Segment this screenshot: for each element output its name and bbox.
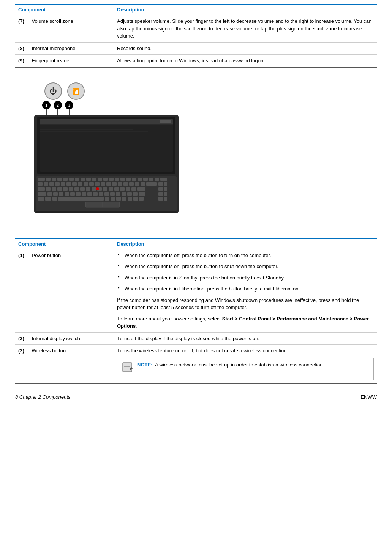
svg-rect-112 [105,197,109,201]
svg-rect-26 [52,178,56,181]
description-cell: Turns the wireless feature on or off, bu… [114,345,377,383]
svg-rect-86 [158,187,163,191]
top-table-description-header: Description [114,4,377,15]
description-cell: Allows a fingerprint logon to Windows, i… [114,55,377,67]
svg-rect-99 [104,192,109,196]
comp-label: Power button [26,253,61,258]
svg-point-124 [96,187,99,190]
top-table-component-header: Component [15,4,114,15]
svg-rect-123 [36,211,177,213]
svg-rect-22 [160,120,171,123]
description-cell: Adjusts speaker volume. Slide your finge… [114,15,377,43]
svg-rect-120 [164,197,167,201]
svg-rect-92 [65,192,69,196]
list-item: When the computer is in Standby, press t… [117,274,374,282]
comp-num: (8) [18,46,24,51]
svg-rect-15 [40,119,173,172]
svg-rect-21 [40,119,173,124]
svg-rect-70 [52,187,56,191]
svg-rect-91 [59,192,63,196]
svg-rect-37 [115,178,119,181]
svg-rect-51 [66,182,71,186]
svg-rect-56 [95,182,100,186]
svg-rect-38 [120,178,125,181]
svg-rect-95 [82,192,86,196]
svg-rect-45 [160,178,167,181]
svg-rect-35 [103,178,108,181]
table-row: (3) Wireless button Turns the wireless f… [15,345,377,383]
svg-rect-57 [101,182,105,186]
svg-rect-110 [52,197,57,201]
footer-right: ENWW [360,394,377,400]
svg-rect-109 [45,197,51,201]
svg-rect-107 [164,192,167,196]
svg-rect-111 [58,197,104,201]
note-text: NOTE: A wireless network must be set up … [137,361,324,369]
comp-label: Internal microphone [26,46,76,51]
svg-rect-52 [72,182,77,186]
svg-rect-53 [78,182,82,186]
svg-rect-108 [38,197,44,201]
comp-num: (7) [18,18,24,24]
svg-rect-24 [38,178,45,181]
svg-rect-29 [69,178,74,181]
table-row: (8) Internal microphone Records sound. [15,42,377,55]
table-row: (7) Volume scroll zone Adjusts speaker v… [15,15,377,43]
list-item: When the computer is off, press the butt… [117,252,374,259]
comp-num: (2) [18,336,24,341]
svg-rect-82 [120,187,125,191]
page-footer: 8 Chapter 2 Components ENWW [15,390,377,400]
note-label: NOTE: [137,362,152,368]
svg-rect-75 [80,187,85,191]
bottom-table-description-header: Description [114,238,377,249]
svg-rect-73 [69,187,73,191]
comp-label: Internal display switch [26,336,80,341]
svg-rect-117 [133,197,138,201]
svg-rect-81 [114,187,119,191]
svg-rect-102 [122,192,126,196]
svg-text:⏻: ⏻ [49,87,57,95]
svg-rect-49 [55,182,60,186]
note-box: NOTE: A wireless network must be set up … [117,358,374,380]
laptop-svg: ⏻ 📶 1 2 3 [27,77,186,217]
svg-rect-61 [123,182,128,186]
svg-rect-47 [44,182,48,186]
comp-num: (1) [18,253,24,258]
svg-rect-96 [87,192,92,196]
svg-rect-71 [57,187,62,191]
svg-rect-80 [109,187,113,191]
notepad-icon [121,361,133,373]
page: Component Description (7) Volume scroll … [0,0,392,407]
svg-rect-67 [164,182,167,186]
svg-text:2: 2 [57,103,59,107]
svg-rect-105 [139,192,145,196]
comp-label: Wireless button [26,348,66,354]
svg-rect-89 [47,192,52,196]
svg-rect-83 [126,187,130,191]
svg-rect-101 [116,192,120,196]
svg-rect-54 [84,182,88,186]
list-item: When the computer is on, press the butto… [117,263,374,270]
svg-rect-125 [123,363,132,372]
svg-rect-118 [139,197,144,201]
svg-rect-34 [98,178,102,181]
component-cell: (8) Internal microphone [15,42,114,55]
svg-rect-32 [86,178,91,181]
svg-rect-79 [103,187,107,191]
para-after-bold: . [136,323,137,329]
svg-rect-39 [126,178,131,181]
component-cell: (1) Power button [15,249,114,332]
svg-rect-31 [81,178,85,181]
svg-rect-94 [76,192,81,196]
svg-rect-115 [122,197,126,201]
svg-rect-72 [63,187,68,191]
svg-rect-116 [128,197,132,201]
svg-rect-46 [38,182,43,186]
power-para-1: If the computer has stopped responding a… [117,297,374,311]
svg-rect-63 [135,182,139,186]
laptop-image-area: ⏻ 📶 1 2 3 [27,77,186,218]
svg-rect-60 [118,182,122,186]
comp-num: (9) [18,58,24,63]
para-before-bold: To learn more about your power settings,… [117,316,222,322]
footer-left: 8 Chapter 2 Components [15,394,70,400]
